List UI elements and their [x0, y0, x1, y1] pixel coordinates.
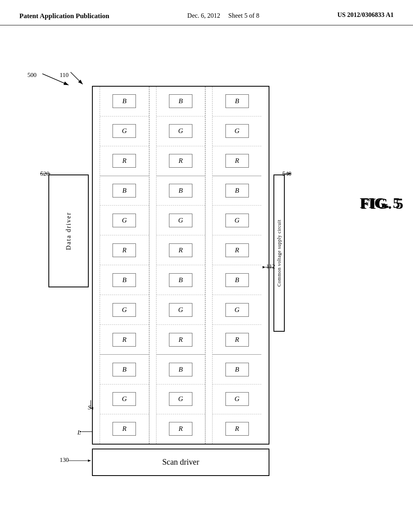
grid-col-1: B G R B G R B G R B G R — [100, 87, 149, 444]
cell-3-5: G — [213, 206, 261, 235]
cell-3-12: R — [213, 414, 261, 444]
pixel-box: G — [113, 214, 136, 227]
pixel-box: G — [169, 392, 192, 406]
arrow-540 — [282, 170, 294, 179]
pixel-box: R — [225, 333, 249, 347]
arrow-130 — [69, 457, 95, 466]
grid-col-3: B G R B G R B G R B G R — [213, 87, 261, 444]
cell-2-10: B — [156, 355, 205, 384]
cell-1-8: G — [100, 295, 149, 325]
pixel-box: G — [225, 124, 249, 138]
cell-3-8: G — [213, 295, 261, 325]
cell-2-4: B — [156, 176, 205, 206]
pixel-box: R — [169, 333, 192, 347]
cell-3-2: G — [213, 116, 261, 146]
fig5-text: FIG. 5 — [361, 195, 403, 212]
voltage-supply-box: Common voltage supply circuit — [273, 175, 285, 332]
cell-1-11: G — [100, 384, 149, 414]
cell-2-9: R — [156, 325, 205, 355]
pixel-box: G — [225, 392, 249, 406]
page-header: Patent Application Publication Dec. 6, 2… — [0, 0, 413, 25]
cell-2-12: R — [156, 414, 205, 444]
pixel-box: B — [113, 94, 136, 108]
svg-line-2 — [71, 72, 83, 84]
pixel-box: B — [225, 94, 249, 108]
pixel-box: R — [169, 422, 192, 436]
cell-2-1: B — [156, 87, 205, 116]
pixel-box: B — [225, 184, 249, 197]
cell-2-7: B — [156, 265, 205, 295]
grid-columns: B G R B G R B G R B G R B G R B G — [93, 87, 269, 444]
scan-driver-box: Scan driver — [92, 449, 269, 476]
spacer-left — [93, 87, 100, 444]
cell-3-11: G — [213, 384, 261, 414]
pixel-box: B — [113, 363, 136, 376]
pixel-box: G — [113, 303, 136, 317]
arrow-l — [80, 428, 94, 435]
ref-130: 130 — [60, 457, 69, 463]
fig5-label: FIG. 5 — [361, 195, 403, 212]
cell-1-6: R — [100, 235, 149, 265]
pixel-box: G — [225, 303, 249, 317]
cell-2-3: R — [156, 146, 205, 176]
pixel-box: R — [113, 333, 136, 347]
cell-2-2: G — [156, 116, 205, 146]
arrow-110 — [63, 69, 91, 87]
cell-1-2: G — [100, 116, 149, 146]
data-driver-box: Data driver — [48, 175, 89, 287]
cell-1-10: B — [100, 355, 149, 384]
pixel-box: B — [169, 363, 192, 376]
cell-1-3: R — [100, 146, 149, 176]
pixel-box: R — [225, 422, 249, 436]
pixel-box: R — [225, 154, 249, 168]
voltage-supply-label: Common voltage supply circuit — [276, 220, 282, 287]
cell-1-1: B — [100, 87, 149, 116]
pixel-box: B — [225, 363, 249, 376]
publication-title: Patent Application Publication — [19, 11, 109, 21]
cell-1-4: B — [100, 176, 149, 206]
patent-number: US 2012/0306833 A1 — [337, 11, 394, 19]
arrow-520 — [40, 170, 52, 179]
cell-3-9: R — [213, 325, 261, 355]
cell-1-12: R — [100, 414, 149, 444]
pixel-box: B — [113, 184, 136, 197]
main-content: FIG. 5 500 110 B G — [0, 25, 413, 525]
cell-2-6: R — [156, 235, 205, 265]
cell-3-1: B — [213, 87, 261, 116]
pixel-box: B — [225, 273, 249, 287]
data-driver-label: Data driver — [65, 212, 72, 250]
pixel-box: G — [169, 214, 192, 227]
pixel-box: G — [113, 392, 136, 406]
cell-1-5: G — [100, 206, 149, 235]
spacer-mid2 — [205, 87, 213, 444]
cell-1-7: B — [100, 265, 149, 295]
pixel-box: B — [169, 184, 192, 197]
cell-3-6: R — [213, 235, 261, 265]
scan-driver-label: Scan driver — [162, 457, 199, 467]
pixel-box: R — [113, 243, 136, 257]
cell-1-9: R — [100, 325, 149, 355]
cell-2-11: G — [156, 384, 205, 414]
pixel-box: B — [169, 94, 192, 108]
pixel-box: G — [169, 303, 192, 317]
pixel-box: R — [113, 154, 136, 168]
publication-date: Dec. 6, 2012 — [187, 12, 220, 19]
pixel-grid: B G R B G R B G R B G R B G R B G — [92, 86, 269, 445]
grid-col-2: B G R B G R B G R B G R — [156, 87, 206, 444]
cell-3-10: B — [213, 355, 261, 384]
arrow-s — [87, 400, 95, 411]
sheet-info: Sheet 5 of 8 — [228, 12, 259, 19]
pixel-box: G — [169, 124, 192, 138]
pixel-box: G — [225, 214, 249, 227]
pixel-box: R — [169, 154, 192, 168]
cell-2-8: G — [156, 295, 205, 325]
cell-3-7: B — [213, 265, 261, 295]
pixel-box: R — [225, 243, 249, 257]
cell-2-5: G — [156, 206, 205, 235]
spacer-mid1 — [149, 87, 156, 444]
arrow-112 — [262, 264, 275, 270]
pixel-box: B — [113, 273, 136, 287]
pixel-box: R — [169, 243, 192, 257]
cell-3-4: B — [213, 176, 261, 206]
header-center: Dec. 6, 2012 Sheet 5 of 8 — [187, 11, 259, 20]
